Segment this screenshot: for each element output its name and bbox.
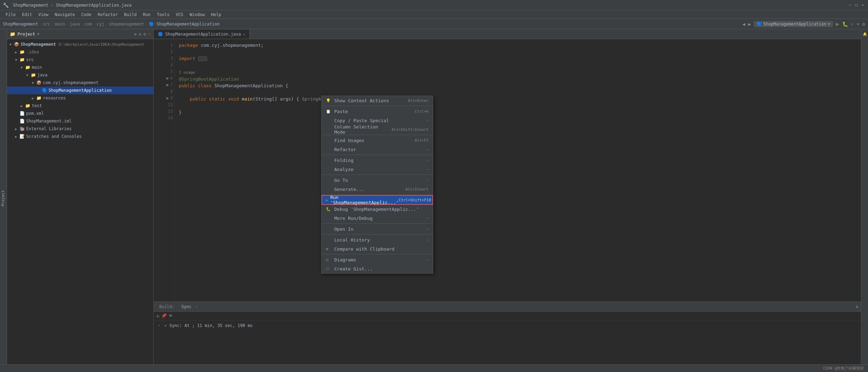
editor-tabs: 🔵 ShopManagementApplication.java ✕ <box>154 29 861 39</box>
minimize-button[interactable]: ─ <box>848 3 853 8</box>
tree-item-package[interactable]: ▼ 📦 com.cyj.shopmanagement <box>7 79 153 87</box>
menu-navigate[interactable]: Navigate <box>52 12 78 18</box>
profile-button[interactable]: ⚡ <box>851 21 854 27</box>
notifications-icon[interactable]: 🔔 <box>863 32 867 36</box>
tree-item-resources[interactable]: ▶ 📁 resources <box>7 94 153 102</box>
collapse-all-button[interactable]: ≡ <box>139 32 141 37</box>
sync-pin-button[interactable]: 📌 <box>161 313 167 318</box>
bottom-tab-sync[interactable]: Sync <box>178 304 194 310</box>
menu-refactor[interactable]: Refactor <box>95 12 121 18</box>
ctx-debug-shopmanagement[interactable]: 🐛 Debug 'ShopManagementApplic...' <box>322 204 433 214</box>
breadcrumb-class[interactable]: 🔵 ShopManagementApplication <box>149 22 220 27</box>
breadcrumb-cyj[interactable]: cyj <box>97 22 104 27</box>
diagrams-icon: ◫ <box>326 258 332 262</box>
tree-item-idea[interactable]: ▶ 📁 .idea <box>7 48 153 56</box>
ctx-goto[interactable]: Go To › <box>322 176 433 185</box>
menu-tools[interactable]: Tools <box>154 12 172 18</box>
menu-vcs[interactable]: VCS <box>173 12 186 18</box>
breadcrumb: ShopManagement › src › main › java › com… <box>3 22 220 27</box>
tab-close-button[interactable]: ✕ <box>243 32 245 36</box>
code-line-3: import ... <box>179 55 857 62</box>
line-num-6: 6 <box>170 75 173 82</box>
panel-close-button[interactable]: ─ <box>148 32 151 37</box>
window-controls[interactable]: ─ □ ✕ <box>848 3 865 8</box>
tree-item-test[interactable]: ▶ 📁 test <box>7 102 153 110</box>
ctx-create-gist[interactable]: ⬡ Create Gist... <box>322 264 433 273</box>
tree-item-iml[interactable]: 📄 ShopManagement.iml <box>7 117 153 125</box>
bottom-tab-sync-close[interactable]: ✕ <box>196 305 198 308</box>
ctx-label: Compare with Clipboard <box>334 246 429 252</box>
tree-item-ext-libs[interactable]: ▶ 📚 External Libraries <box>7 125 153 133</box>
menu-view[interactable]: View <box>36 12 51 18</box>
menu-code[interactable]: Code <box>79 12 94 18</box>
ctx-label: Find Usages <box>334 138 415 143</box>
tree-item-main[interactable]: ▼ 📁 main <box>7 64 153 71</box>
menu-build[interactable]: Build <box>121 12 139 18</box>
ctx-find-usages[interactable]: Find Usages Alt+F7 <box>322 136 433 145</box>
fold-button-import[interactable]: ... <box>198 57 207 61</box>
menu-file[interactable]: File <box>3 12 19 18</box>
tree-item-scratches[interactable]: ▶ 📝 Scratches and Consoles <box>7 133 153 140</box>
close-button[interactable]: ✕ <box>860 3 865 8</box>
breadcrumb-com[interactable]: com <box>85 22 92 27</box>
tree-item-pom[interactable]: 📄 pom.xml <box>7 110 153 117</box>
ctx-label: Copy / Paste Special <box>334 118 423 123</box>
run-button[interactable]: ▶ <box>836 21 839 27</box>
run-gutter-icon-7[interactable]: ▶ <box>167 82 169 88</box>
tree-item-main-class[interactable]: 🔵 ShopManagementApplication <box>7 87 153 94</box>
tree-item-src[interactable]: ▼ 📁 src <box>7 56 153 64</box>
breadcrumb-java[interactable]: java <box>70 22 80 27</box>
menu-help[interactable]: Help <box>208 12 224 18</box>
menu-window[interactable]: Window <box>187 12 207 18</box>
vcs-forward-button[interactable]: ▶ <box>748 21 751 27</box>
vcs-back-button[interactable]: ◀ <box>742 21 745 27</box>
tree-label: java <box>37 73 48 77</box>
editor-content[interactable]: 1 2 3 4 5 ▶ 6 <box>154 39 861 302</box>
editor-tab-main[interactable]: 🔵 ShopManagementApplication.java ✕ <box>154 30 250 39</box>
tree-item-java[interactable]: ▼ 📁 java <box>7 71 153 79</box>
ctx-generate[interactable]: Generate... Alt+Insert <box>322 185 433 194</box>
debug-button[interactable]: 🐛 <box>842 21 848 27</box>
expand-arrow: ▶ <box>31 96 35 100</box>
ctx-analyze[interactable]: Analyze › <box>322 165 433 174</box>
ctx-run-shopmanagement[interactable]: ▶ Run 'ShopManagementApplic...' Ctrl+Shi… <box>322 195 433 204</box>
breadcrumb-shopmanagement[interactable]: shopmanagement <box>109 22 144 27</box>
ctx-separator-7 <box>322 234 433 235</box>
settings-button[interactable]: ⚙ <box>862 21 865 27</box>
ctx-compare-clipboard[interactable]: ⊞ Compare with Clipboard <box>322 244 433 253</box>
breadcrumb-src[interactable]: src <box>43 22 50 27</box>
ctx-copy-paste-special[interactable]: Copy / Paste Special › <box>322 116 433 125</box>
tree-item-shopmanagement[interactable]: ▼ 📦 ShopManagement D:\Workplace\Java\IDE… <box>7 40 153 48</box>
breadcrumb-main[interactable]: main <box>55 22 65 27</box>
ctx-show-context-actions[interactable]: 💡 Show Context Actions Alt+Enter <box>322 96 433 105</box>
ctx-paste[interactable]: 📋 Paste Ctrl+V <box>322 107 433 116</box>
breadcrumb-project[interactable]: ShopManagement <box>3 22 38 27</box>
bottom-settings-button[interactable]: ⚙ <box>856 304 858 309</box>
run-gutter-icon-9[interactable]: ▶ <box>167 95 169 102</box>
panel-settings-button[interactable]: ⚙ <box>144 32 146 37</box>
ctx-local-history[interactable]: Local History › <box>322 235 433 244</box>
expand-arrow: ▼ <box>8 43 13 46</box>
ctx-folding[interactable]: Folding › <box>322 156 433 165</box>
sync-eye-button[interactable]: 👁 <box>169 313 173 318</box>
run-config-dropdown[interactable]: 🔵 ShopManagementApplication ▼ <box>754 21 833 27</box>
code-area[interactable]: package com.cyj.shopmanagement; import .… <box>175 39 861 302</box>
ctx-label: Analyze <box>334 167 423 172</box>
bottom-tab-build[interactable]: Build: <box>156 304 177 310</box>
project-tab-label[interactable]: Project <box>0 189 7 208</box>
menu-bar: File Edit View Navigate Code Refactor Bu… <box>0 10 868 19</box>
menu-edit[interactable]: Edit <box>19 12 35 18</box>
ctx-label: Local History <box>334 237 423 243</box>
ctx-column-selection[interactable]: Column Selection Mode Alt+Shift+Insert <box>322 125 433 134</box>
ctx-open-in[interactable]: Open In › <box>322 224 433 233</box>
ctx-diagrams[interactable]: ◫ Diagrams › <box>322 255 433 264</box>
maximize-button[interactable]: □ <box>854 3 859 8</box>
ctx-refactor[interactable]: Refactor › <box>322 145 433 154</box>
menu-run[interactable]: Run <box>140 12 153 18</box>
run-gutter-icon-6[interactable]: ▶ <box>167 75 169 82</box>
sync-refresh-button[interactable]: ↻ <box>156 313 159 319</box>
ctx-more-run-debug[interactable]: More Run/Debug › <box>322 214 433 223</box>
panel-dropdown[interactable]: ▼ <box>37 32 39 36</box>
locate-file-button[interactable]: ⊕ <box>134 32 137 37</box>
coverage-button[interactable]: ☂ <box>856 21 859 27</box>
